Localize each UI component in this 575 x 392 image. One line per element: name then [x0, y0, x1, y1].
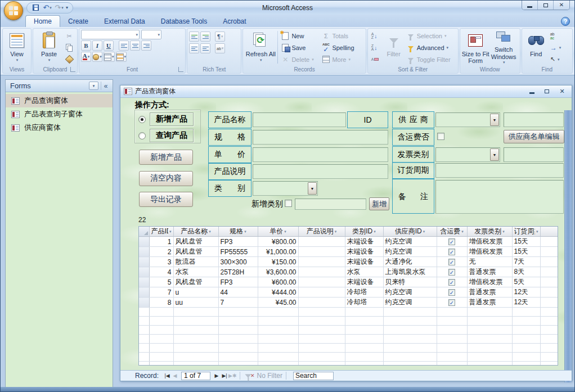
advanced-button[interactable]: Advanced▾ [405, 43, 456, 53]
action-button-1[interactable]: 清空内容 [139, 171, 193, 186]
cell-extra[interactable] [540, 277, 558, 287]
minimize-button[interactable] [522, 1, 538, 10]
cell-invoice[interactable]: 普通发票 [467, 298, 512, 308]
cell-id[interactable]: 3 [149, 257, 173, 267]
cell-name[interactable]: 风机盘管 [173, 247, 218, 257]
cell-price[interactable]: ¥800.00 [258, 237, 298, 247]
cell-price[interactable]: ¥444.00 [258, 287, 298, 298]
office-button[interactable] [4, 1, 23, 20]
restore-button[interactable] [538, 1, 554, 10]
cell-cycle[interactable]: 12天 [512, 287, 540, 298]
cell-spec[interactable]: FP3 [218, 277, 258, 287]
cell-desc[interactable] [298, 298, 345, 308]
cell-cat[interactable]: 末端设备 [345, 277, 383, 287]
freight-checkbox-icon[interactable]: ✓ [448, 269, 455, 276]
gridlines-button[interactable]: ▾ [104, 52, 115, 62]
format-painter-button[interactable] [63, 54, 75, 65]
cell-cycle[interactable]: 12天 [512, 298, 540, 308]
row-selector[interactable] [139, 277, 149, 287]
view-button[interactable]: View▾ [5, 30, 29, 65]
cell-freight[interactable]: ✓ [437, 237, 467, 247]
cell-id[interactable]: 4 [149, 267, 173, 277]
supplier-combo-arrow-icon[interactable]: ▼ [490, 114, 499, 126]
cell-spec[interactable]: 300×300 [218, 257, 258, 267]
cell-invoice[interactable]: 无 [467, 257, 512, 267]
spelling-button[interactable]: ABC✓Spelling [320, 43, 363, 53]
filter-button[interactable]: Filter [383, 30, 405, 65]
sidebar-item-1[interactable]: 产品表查询子窗体 [6, 107, 113, 121]
cell-desc[interactable] [298, 277, 345, 287]
cell-price[interactable]: ¥1,000.00 [258, 247, 298, 257]
cell-invoice[interactable]: 增值税发票 [467, 237, 512, 247]
form-close-button[interactable]: ✕ [556, 87, 568, 96]
align-right-button[interactable] [141, 40, 151, 51]
cut-button[interactable]: ✂ [63, 31, 75, 42]
cell-cycle[interactable]: 15天 [512, 247, 540, 257]
remark-input[interactable] [435, 180, 564, 214]
highlight-button[interactable]: ab▾ [215, 43, 225, 53]
switch-windows-button[interactable]: Switch Windows▾ [489, 30, 518, 65]
column-filter-arrow-icon[interactable]: ▾ [335, 229, 337, 234]
form-minimize-button[interactable] [525, 87, 538, 96]
cell-sup[interactable]: 约克空调 [383, 247, 437, 257]
cell-desc[interactable] [298, 247, 345, 257]
next-record-button[interactable]: ▶ [213, 373, 221, 379]
column-filter-arrow-icon[interactable]: ▾ [502, 229, 505, 234]
product-name-input[interactable] [253, 112, 346, 127]
cell-extra[interactable] [540, 298, 558, 308]
sidebar-item-0[interactable]: 产品查询窗体 [6, 94, 113, 107]
radio-icon[interactable] [138, 132, 146, 139]
row-selector[interactable] [139, 298, 149, 308]
cell-extra[interactable] [540, 257, 558, 267]
column-header-extra[interactable] [540, 227, 558, 237]
fill-color-button[interactable]: ▾ [92, 52, 102, 62]
sort-ascending-button[interactable]: AZ↓ [370, 31, 383, 42]
cell-freight[interactable]: ✓ [437, 247, 467, 257]
record-position-box[interactable]: 1 of 7 [181, 372, 210, 380]
invoice-type-combo[interactable]: ▼ [435, 147, 500, 162]
tab-home[interactable]: Home [25, 15, 60, 27]
new-category-input[interactable] [295, 199, 366, 210]
column-header-cat[interactable]: 类别ID▾ [345, 227, 383, 237]
new-category-button[interactable]: 新增 [369, 197, 389, 210]
form-vertical-scrollbar[interactable] [564, 110, 572, 382]
goto-button[interactable]: →▾ [549, 43, 568, 53]
totals-button[interactable]: ΣTotals [320, 31, 363, 42]
new-record-nav-button[interactable]: ▶✱ [228, 373, 236, 379]
row-selector[interactable] [139, 287, 149, 298]
column-header-sup[interactable]: 供应商ID▾ [383, 227, 437, 237]
cell-id[interactable]: 1 [149, 237, 173, 247]
cell-desc[interactable] [298, 257, 345, 267]
cell-price[interactable]: ¥3,600.00 [258, 267, 298, 277]
refresh-all-button[interactable]: ⟳ Refresh All▾ [245, 30, 276, 65]
column-header-price[interactable]: 单价▾ [258, 227, 298, 237]
shutter-bar-close-button[interactable]: « [101, 82, 110, 90]
italic-button[interactable]: I [92, 40, 102, 51]
freight-checkbox-icon[interactable]: ✓ [448, 249, 455, 255]
sort-descending-button[interactable]: ZA↓ [370, 43, 383, 53]
tab-acrobat[interactable]: Acrobat [215, 16, 254, 27]
unit-price-input[interactable] [253, 147, 388, 162]
no-filter-button[interactable]: ✕ No Filter [244, 372, 282, 380]
font-color-button[interactable]: A▾ [81, 52, 91, 62]
column-filter-arrow-icon[interactable]: ▾ [209, 229, 211, 234]
row-selector[interactable] [139, 257, 149, 267]
new-category-checkbox[interactable] [285, 200, 292, 207]
cell-desc[interactable] [298, 237, 345, 247]
cell-spec[interactable]: 7 [218, 298, 258, 308]
cell-price[interactable]: ¥45.00 [258, 298, 298, 308]
row-selector[interactable] [139, 237, 149, 247]
save-record-button[interactable]: Save [279, 43, 320, 53]
radio-icon[interactable] [138, 116, 146, 123]
column-filter-arrow-icon[interactable]: ▾ [374, 229, 376, 234]
alternate-fill-button[interactable]: ▾ [116, 52, 127, 62]
cell-name[interactable]: uu [173, 298, 218, 308]
cell-sup[interactable]: 上海凯泉水泵 [383, 267, 437, 277]
select-all-cell[interactable] [139, 227, 149, 237]
cell-invoice[interactable]: 普通发票 [467, 287, 512, 298]
find-button[interactable]: Find [524, 30, 549, 65]
cell-extra[interactable] [540, 237, 558, 247]
navigation-pane-menu-button[interactable]: ▾ [89, 82, 98, 90]
cell-freight[interactable]: ✓ [437, 298, 467, 308]
previous-record-button[interactable]: ◀ [171, 373, 179, 379]
